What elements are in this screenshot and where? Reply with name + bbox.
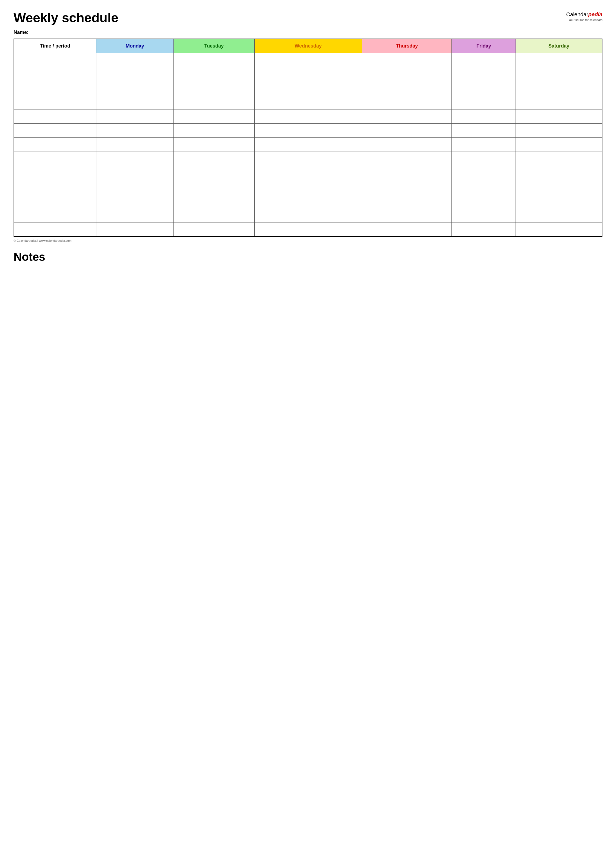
cell-tuesday[interactable] <box>173 194 254 208</box>
cell-time[interactable] <box>14 53 96 67</box>
cell-thursday[interactable] <box>362 180 452 194</box>
cell-monday[interactable] <box>96 166 173 180</box>
cell-monday[interactable] <box>96 180 173 194</box>
cell-thursday[interactable] <box>362 222 452 237</box>
cell-monday[interactable] <box>96 194 173 208</box>
cell-tuesday[interactable] <box>173 138 254 152</box>
cell-tuesday[interactable] <box>173 67 254 81</box>
cell-friday[interactable] <box>452 109 516 124</box>
cell-wednesday[interactable] <box>254 152 362 166</box>
table-header: Time / period Monday Tuesday Wednesday T… <box>14 39 602 53</box>
cell-wednesday[interactable] <box>254 67 362 81</box>
cell-wednesday[interactable] <box>254 222 362 237</box>
cell-tuesday[interactable] <box>173 222 254 237</box>
brand-name: Calendarpedia <box>566 11 603 18</box>
cell-time[interactable] <box>14 96 96 109</box>
cell-wednesday[interactable] <box>254 166 362 180</box>
brand-italic: pedia <box>588 12 603 18</box>
cell-friday[interactable] <box>452 53 516 67</box>
cell-saturday[interactable] <box>516 152 602 166</box>
cell-wednesday[interactable] <box>254 180 362 194</box>
cell-friday[interactable] <box>452 222 516 237</box>
cell-tuesday[interactable] <box>173 152 254 166</box>
cell-wednesday[interactable] <box>254 194 362 208</box>
table-row <box>14 166 602 180</box>
cell-time[interactable] <box>14 81 96 96</box>
cell-saturday[interactable] <box>516 208 602 222</box>
cell-wednesday[interactable] <box>254 208 362 222</box>
cell-saturday[interactable] <box>516 67 602 81</box>
copyright-text: © Calendarpedia® www.calendarpedia.com <box>13 239 603 242</box>
cell-thursday[interactable] <box>362 166 452 180</box>
cell-saturday[interactable] <box>516 96 602 109</box>
cell-wednesday[interactable] <box>254 81 362 96</box>
table-row <box>14 53 602 67</box>
cell-saturday[interactable] <box>516 81 602 96</box>
cell-monday[interactable] <box>96 208 173 222</box>
cell-time[interactable] <box>14 67 96 81</box>
cell-monday[interactable] <box>96 109 173 124</box>
cell-monday[interactable] <box>96 81 173 96</box>
cell-monday[interactable] <box>96 124 173 138</box>
cell-time[interactable] <box>14 180 96 194</box>
cell-thursday[interactable] <box>362 124 452 138</box>
cell-friday[interactable] <box>452 194 516 208</box>
cell-saturday[interactable] <box>516 109 602 124</box>
cell-tuesday[interactable] <box>173 180 254 194</box>
schedule-table: Time / period Monday Tuesday Wednesday T… <box>13 38 603 237</box>
cell-saturday[interactable] <box>516 194 602 208</box>
cell-thursday[interactable] <box>362 194 452 208</box>
cell-time[interactable] <box>14 222 96 237</box>
cell-tuesday[interactable] <box>173 166 254 180</box>
cell-saturday[interactable] <box>516 222 602 237</box>
cell-thursday[interactable] <box>362 53 452 67</box>
cell-time[interactable] <box>14 109 96 124</box>
cell-friday[interactable] <box>452 124 516 138</box>
cell-wednesday[interactable] <box>254 109 362 124</box>
cell-saturday[interactable] <box>516 138 602 152</box>
cell-time[interactable] <box>14 208 96 222</box>
cell-friday[interactable] <box>452 208 516 222</box>
cell-wednesday[interactable] <box>254 96 362 109</box>
cell-monday[interactable] <box>96 67 173 81</box>
cell-friday[interactable] <box>452 96 516 109</box>
cell-saturday[interactable] <box>516 166 602 180</box>
cell-thursday[interactable] <box>362 81 452 96</box>
cell-tuesday[interactable] <box>173 109 254 124</box>
cell-saturday[interactable] <box>516 53 602 67</box>
cell-friday[interactable] <box>452 180 516 194</box>
table-row <box>14 81 602 96</box>
cell-wednesday[interactable] <box>254 124 362 138</box>
page-header: Weekly schedule Calendarpedia Your sourc… <box>13 11 603 25</box>
cell-time[interactable] <box>14 166 96 180</box>
cell-monday[interactable] <box>96 96 173 109</box>
cell-saturday[interactable] <box>516 124 602 138</box>
cell-thursday[interactable] <box>362 109 452 124</box>
cell-time[interactable] <box>14 152 96 166</box>
cell-tuesday[interactable] <box>173 124 254 138</box>
cell-tuesday[interactable] <box>173 53 254 67</box>
cell-monday[interactable] <box>96 53 173 67</box>
cell-thursday[interactable] <box>362 67 452 81</box>
cell-tuesday[interactable] <box>173 208 254 222</box>
cell-friday[interactable] <box>452 166 516 180</box>
cell-thursday[interactable] <box>362 96 452 109</box>
cell-monday[interactable] <box>96 152 173 166</box>
cell-friday[interactable] <box>452 81 516 96</box>
cell-monday[interactable] <box>96 138 173 152</box>
cell-saturday[interactable] <box>516 180 602 194</box>
cell-tuesday[interactable] <box>173 96 254 109</box>
cell-wednesday[interactable] <box>254 53 362 67</box>
cell-thursday[interactable] <box>362 208 452 222</box>
cell-thursday[interactable] <box>362 138 452 152</box>
cell-time[interactable] <box>14 194 96 208</box>
cell-monday[interactable] <box>96 222 173 237</box>
cell-friday[interactable] <box>452 67 516 81</box>
cell-tuesday[interactable] <box>173 81 254 96</box>
cell-time[interactable] <box>14 124 96 138</box>
cell-friday[interactable] <box>452 152 516 166</box>
cell-time[interactable] <box>14 138 96 152</box>
cell-wednesday[interactable] <box>254 138 362 152</box>
cell-thursday[interactable] <box>362 152 452 166</box>
cell-friday[interactable] <box>452 138 516 152</box>
